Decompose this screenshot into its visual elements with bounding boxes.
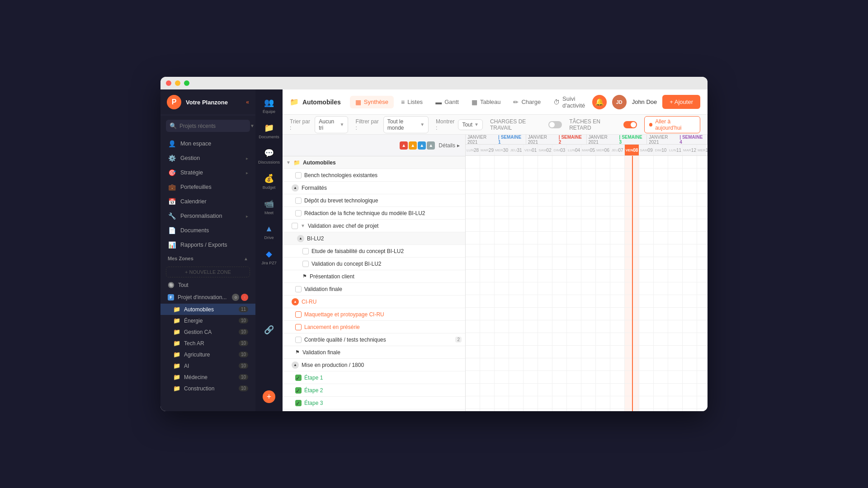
gantt-cell [480,295,495,307]
task-checkbox[interactable] [295,210,302,216]
quick-budget[interactable]: 💰 Budget [257,170,281,193]
sidebar-item-gestion[interactable]: ⚙️ Gestion ▸ [160,151,255,165]
tab-suivi[interactable]: ⏱ Suivi d'activité [548,93,592,112]
docs-icon: 📁 [264,123,274,133]
taches-toggle[interactable] [623,121,637,128]
gantt-cell [552,282,567,295]
sidebar-item-strategie[interactable]: 🎯 Stratégie ▸ [160,165,255,180]
filter-select[interactable]: Tout le monde ▼ [383,116,429,133]
show-value: Tout [462,122,472,128]
tab-gantt[interactable]: ▬ Gantt [430,96,464,108]
sort-select[interactable]: Aucun tri ▼ [315,116,348,133]
quick-documents[interactable]: 📁 Documents [257,119,281,143]
gantt-cell [581,409,596,411]
sidebar-folder-tech-ar[interactable]: 📁 Tech AR 10 [160,338,255,349]
maximize-button[interactable] [184,80,189,86]
task-checkbox[interactable] [295,337,302,343]
gantt-cell [509,371,524,383]
sidebar-item-portefeuilles[interactable]: 💼 Portefeuilles [160,180,255,194]
gantt-cell [610,156,625,168]
task-checkbox[interactable] [302,248,309,254]
section-collapse-icon[interactable]: ▲ [292,184,299,192]
tab-synthese[interactable]: ▦ Synthèse [350,96,394,108]
gantt-cell [596,295,610,307]
gantt-cell [683,371,697,383]
gantt-cell [524,232,538,244]
sidebar-folder-automobiles[interactable]: 📁 Automobiles 11 [160,304,255,315]
topbar-brand: 📁 Automobiles [290,98,341,106]
today-button[interactable]: Aller à aujourd'hui [644,116,700,133]
quick-equipe[interactable]: 👥 Équipe [257,94,281,117]
new-zone-button[interactable]: + NOUVELLE ZONE [166,267,250,277]
gantt-cell [480,169,495,181]
zones-collapse-icon[interactable]: ▲ [244,256,248,261]
sidebar-folder-energie[interactable]: 📁 Énergie 10 [160,315,255,326]
gantt-cell [509,295,524,307]
sidebar-folder-agriculture[interactable]: 📁 Agriculture 10 [160,349,255,360]
section-collapse-icon[interactable]: ▲ [297,235,304,242]
expand-icon[interactable]: ▼ [301,223,305,228]
task-name: Dépôt du brevet technologique [304,197,462,204]
gantt-cell [552,409,567,411]
gantt-cell [610,169,625,181]
sidebar-item-calendrier[interactable]: 📅 Calendrier [160,194,255,209]
add-button[interactable]: + Ajouter [662,95,700,109]
sidebar-folder-construction[interactable]: 📁 Construction 10 [160,383,255,394]
quick-link[interactable]: 🔗 [257,321,281,338]
project-search[interactable]: 🔍 ▼ [166,120,250,132]
tab-tableau[interactable]: ▦ Tableau [466,96,506,108]
sidebar-item-tout[interactable]: 🔘 Tout [160,279,255,291]
week-month: JANVIER 2021 [649,135,678,145]
gantt-cell [654,308,668,320]
quick-drive[interactable]: ▲ Drive [257,221,281,244]
minimize-button[interactable] [175,80,180,86]
sidebar-item-rapports[interactable]: 📊 Rapports / Exports [160,238,255,252]
expand-icon[interactable]: ▼ [286,160,291,165]
sidebar-folder-ai[interactable]: 📁 AI 10 [160,360,255,371]
task-checkbox[interactable]: ✓ [295,387,302,394]
sidebar-folder-medecine[interactable]: 📁 Médecine 10 [160,371,255,383]
task-checkbox[interactable] [295,311,302,318]
show-select[interactable]: Tout ▼ [458,119,483,130]
task-checkbox[interactable] [295,197,302,204]
task-checkbox[interactable] [302,261,309,267]
task-checkbox[interactable] [295,286,302,292]
week-month: JANVIER 2021 [589,135,618,145]
quick-discussions[interactable]: 💬 Discussions [257,145,281,168]
quick-jira[interactable]: ◆ Jira PZ7 [257,245,281,269]
gantt-cell [567,333,581,345]
section-collapse-icon[interactable]: ▲ [292,298,299,305]
gantt-cell [495,181,509,193]
notification-button[interactable]: 🔔 [592,95,607,109]
search-input[interactable] [179,123,247,129]
gantt-cell [509,244,524,257]
tab-listes[interactable]: ≡ Listes [396,96,428,108]
sidebar-item-mon-espace[interactable]: 👤 Mon espace [160,136,255,151]
details-button[interactable]: Détails ▸ [439,142,460,149]
charges-toggle[interactable] [548,121,562,128]
sidebar-item-documents[interactable]: 📄 Documents [160,223,255,238]
quick-add-button[interactable]: + [263,390,275,403]
task-checkbox[interactable] [295,172,302,178]
task-list-header: ▲ ▲ ▲ ▲ Détails ▸ [283,135,465,156]
sidebar-item-personnalisation[interactable]: 🔧 Personnalisation ▸ [160,209,255,223]
close-button[interactable] [166,80,171,86]
task-checkbox[interactable]: ✓ [295,400,302,406]
collapse-icon[interactable]: « [246,99,249,105]
gantt-chart[interactable]: JANVIER 2021 | SEMAINE 1 JANVIER 2021 | … [466,135,708,411]
gantt-cell [639,282,654,295]
gantt-cell [596,194,610,206]
gantt-cell [581,346,596,358]
tab-charge[interactable]: ✏ Charge [508,96,546,108]
task-checkbox[interactable] [295,324,302,330]
task-checkbox[interactable]: ✓ [295,375,302,381]
gantt-row [466,181,708,194]
project-item[interactable]: F Projet d'innovation... ⚙ ! [160,291,255,304]
task-checkbox[interactable] [292,223,298,229]
gantt-row [466,244,708,257]
quick-meet[interactable]: 📹 Meet [257,195,281,219]
gantt-cell [697,308,708,320]
gantt-cell [697,206,708,219]
section-collapse-icon[interactable]: ▲ [292,361,299,369]
sidebar-folder-gestion-ca[interactable]: 📁 Gestion CA 10 [160,326,255,338]
